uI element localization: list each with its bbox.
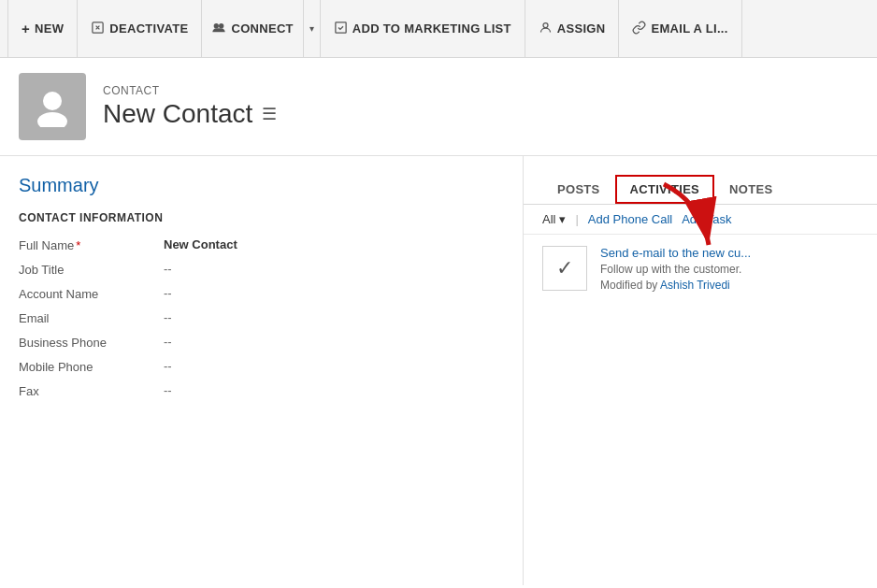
contact-name-heading: New Contact ☰ xyxy=(103,99,277,129)
tab-posts[interactable]: POSTS xyxy=(542,175,615,204)
marketing-list-icon xyxy=(334,21,348,37)
email-a-link-button[interactable]: EMAIL A LI... xyxy=(619,0,741,58)
deactivate-icon xyxy=(91,21,105,37)
field-label-email: Email xyxy=(19,310,164,325)
modified-user-link[interactable]: Ashish Trivedi xyxy=(660,279,730,292)
left-panel: Summary CONTACT INFORMATION Full Name* N… xyxy=(0,156,524,585)
field-row-fax: Fax -- xyxy=(19,383,504,398)
contact-header: CONTACT New Contact ☰ xyxy=(0,58,877,156)
add-to-marketing-list-button[interactable]: ADD TO MARKETING LIST xyxy=(321,0,525,58)
activity-check-icon: ✓ xyxy=(556,256,573,280)
field-row-fullname: Full Name* New Contact xyxy=(19,237,504,252)
field-value-fax[interactable]: -- xyxy=(164,383,172,397)
toolbar: + NEW DEACTIVATE CONNECT ▾ ADD TO MARKET… xyxy=(0,0,877,58)
field-label-accountname: Account Name xyxy=(19,286,164,301)
tab-activities[interactable]: ACTIVITIES xyxy=(615,175,715,204)
activity-modified: Modified by Ashish Trivedi xyxy=(600,279,751,292)
add-task-link[interactable]: Add Task xyxy=(682,212,731,226)
field-value-mobilephone[interactable]: -- xyxy=(164,359,172,373)
svg-point-4 xyxy=(543,22,548,27)
connect-split-button[interactable]: CONNECT ▾ xyxy=(202,0,320,58)
field-label-mobilephone: Mobile Phone xyxy=(19,359,164,374)
tab-notes[interactable]: NOTES xyxy=(714,175,787,204)
field-row-accountname: Account Name -- xyxy=(19,286,504,301)
activity-title[interactable]: Send e-mail to the new cu... xyxy=(600,246,751,260)
summary-title: Summary xyxy=(19,175,504,196)
connect-button[interactable]: CONNECT xyxy=(202,0,302,58)
new-icon: + xyxy=(22,21,30,36)
activity-icon-box: ✓ xyxy=(542,246,587,291)
hamburger-menu-icon[interactable]: ☰ xyxy=(262,104,277,124)
svg-rect-3 xyxy=(336,22,346,32)
connect-icon xyxy=(211,21,226,36)
filter-all-button[interactable]: All ▾ xyxy=(542,212,566,226)
field-value-businessphone[interactable]: -- xyxy=(164,335,172,349)
tabs-bar: POSTS ACTIVITIES NOTES xyxy=(524,175,877,205)
activity-subtitle: Follow up with the customer. xyxy=(600,263,751,276)
new-button[interactable]: + NEW xyxy=(7,0,78,58)
activity-item: ✓ Send e-mail to the new cu... Follow up… xyxy=(524,235,877,303)
field-label-businessphone: Business Phone xyxy=(19,335,164,350)
email-link-icon xyxy=(632,21,646,37)
right-panel: POSTS ACTIVITIES NOTES All ▾ | Add Phone… xyxy=(524,156,877,585)
field-value-fullname[interactable]: New Contact xyxy=(164,237,237,251)
avatar xyxy=(19,73,86,140)
filter-dropdown-icon: ▾ xyxy=(559,212,566,226)
toolbar-separator: | xyxy=(575,212,578,226)
field-value-jobtitle[interactable]: -- xyxy=(164,262,172,276)
contact-info-header: CONTACT New Contact ☰ xyxy=(103,84,277,129)
field-label-fullname: Full Name* xyxy=(19,237,164,252)
activity-content: Send e-mail to the new cu... Follow up w… xyxy=(600,246,751,292)
svg-point-1 xyxy=(214,23,219,28)
field-value-accountname[interactable]: -- xyxy=(164,286,172,300)
field-row-businessphone: Business Phone -- xyxy=(19,335,504,350)
required-indicator: * xyxy=(76,238,80,252)
assign-icon xyxy=(539,21,553,37)
field-row-email: Email -- xyxy=(19,310,504,325)
connect-dropdown-arrow[interactable]: ▾ xyxy=(303,0,320,58)
assign-button[interactable]: ASSIGN xyxy=(525,0,620,58)
contact-information-header: CONTACT INFORMATION xyxy=(19,211,504,224)
svg-point-2 xyxy=(219,23,223,28)
field-label-fax: Fax xyxy=(19,383,164,398)
field-row-mobilephone: Mobile Phone -- xyxy=(19,359,504,374)
field-value-email[interactable]: -- xyxy=(164,310,172,324)
main-content: Summary CONTACT INFORMATION Full Name* N… xyxy=(0,156,877,585)
field-label-jobtitle: Job Title xyxy=(19,262,164,277)
activities-toolbar: All ▾ | Add Phone Call Add Task xyxy=(524,205,877,235)
svg-point-6 xyxy=(37,112,67,127)
field-row-jobtitle: Job Title -- xyxy=(19,262,504,277)
svg-point-5 xyxy=(43,92,62,110)
deactivate-button[interactable]: DEACTIVATE xyxy=(78,0,202,58)
entity-label: CONTACT xyxy=(103,84,277,97)
add-phone-call-link[interactable]: Add Phone Call xyxy=(588,212,672,226)
